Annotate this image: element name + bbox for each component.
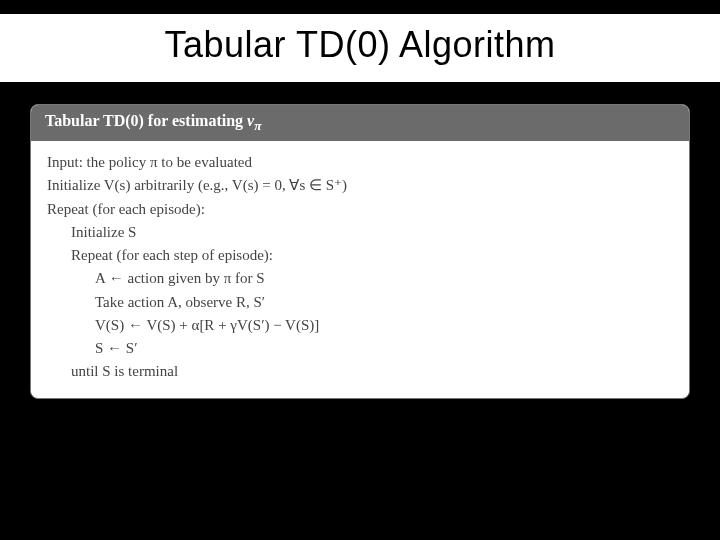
algo-line: V(S) ← V(S) + α[R + γV(S′) − V(S)]	[47, 314, 673, 337]
algorithm-box: Tabular TD(0) for estimating vπ Input: t…	[30, 104, 690, 399]
algo-line: Initialize S	[47, 221, 673, 244]
algo-line: Take action A, observe R, S′	[47, 291, 673, 314]
slide: Tabular TD(0) Algorithm Tabular TD(0) fo…	[0, 0, 720, 540]
algo-line: Initialize V(s) arbitrarily (e.g., V(s) …	[47, 174, 673, 197]
algo-line: A ← action given by π for S	[47, 267, 673, 290]
algo-line: until S is terminal	[47, 360, 673, 383]
slide-title: Tabular TD(0) Algorithm	[0, 14, 720, 82]
algorithm-body: Input: the policy π to be evaluated Init…	[31, 141, 689, 398]
algo-line: Repeat (for each episode):	[47, 198, 673, 221]
algo-line: Input: the policy π to be evaluated	[47, 151, 673, 174]
algo-header-sub: π	[254, 118, 261, 133]
algorithm-header: Tabular TD(0) for estimating vπ	[31, 105, 689, 141]
algo-line: S ← S′	[47, 337, 673, 360]
algo-header-text: Tabular TD(0) for estimating	[45, 112, 247, 129]
algo-line: Repeat (for each step of episode):	[47, 244, 673, 267]
